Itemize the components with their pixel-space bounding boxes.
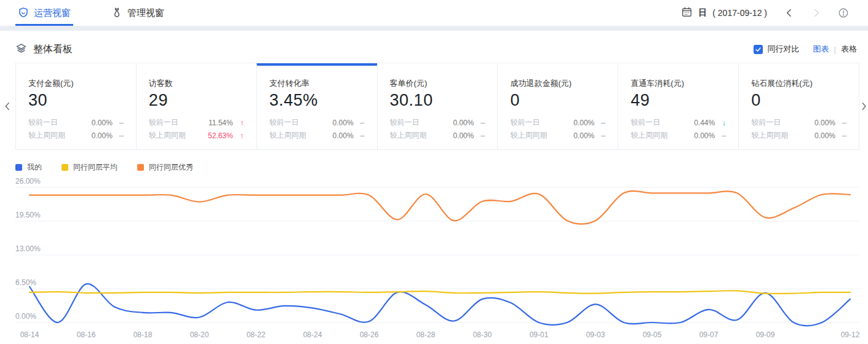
trend-arrow-icon: ↑	[233, 131, 244, 140]
trend-arrow-icon: –	[354, 118, 365, 127]
date-picker[interactable]: 日 ( 2017-09-12 )	[681, 6, 767, 20]
nav-tabs: 运营视窗 管理视窗	[15, 0, 202, 26]
trend-arrow-icon: –	[474, 118, 485, 127]
trend-arrow-icon: –	[835, 131, 846, 140]
compare-row: 较前一日 11.54% ↑	[149, 116, 244, 129]
compare-row: 较前一日 0.00% –	[751, 116, 846, 129]
compare-label: 较上周同期	[28, 130, 65, 141]
check-icon	[755, 46, 762, 53]
trend-arrow-icon: –	[113, 131, 124, 140]
compare-row: 较前一日 0.00% –	[269, 116, 365, 129]
page-title: 整体看板	[33, 43, 73, 56]
tab-label: 运营视窗	[34, 7, 71, 19]
trend-arrow-icon: –	[715, 131, 726, 140]
metric-title: 钻石展位消耗(元)	[751, 78, 846, 89]
compare-value: 0.00%	[453, 131, 474, 140]
trend-arrow-icon: ↓	[715, 118, 726, 127]
cards-prev-button[interactable]	[0, 100, 15, 113]
cards-next-button[interactable]	[859, 100, 868, 113]
date-value: ( 2017-09-12 )	[712, 8, 767, 18]
metric-value: 30	[28, 91, 124, 110]
card-avg-order-value[interactable]: 客单价(元) 30.10 较前一日 0.00% – 较上周同期 0.00% –	[377, 63, 498, 149]
svg-text:13.00%: 13.00%	[15, 244, 41, 253]
trend-arrow-icon: –	[594, 118, 605, 127]
compare-value: 0.00%	[573, 119, 594, 127]
chart-legend: 我的 同行同层平均 同行同层优秀	[15, 162, 868, 173]
svg-text:0.00%: 0.00%	[15, 312, 36, 321]
compare-value: 0.00%	[694, 131, 715, 140]
compare-label: 较前一日	[751, 117, 781, 128]
compare-row: 较上周同期 0.00% –	[510, 129, 605, 142]
svg-text:08-26: 08-26	[360, 330, 379, 339]
legend-item-mine[interactable]: 我的	[15, 162, 42, 173]
metric-value: 3.45%	[269, 91, 365, 110]
metric-cards: 支付金额(元) 30 较前一日 0.00% – 较上周同期 0.00% – 访客…	[15, 63, 859, 150]
legend-item-peer-excellent[interactable]: 同行同层优秀	[137, 162, 193, 173]
view-divider: |	[834, 45, 836, 54]
svg-text:09-05: 09-05	[643, 330, 662, 339]
compare-label: 较前一日	[390, 117, 420, 128]
metric-value: 29	[149, 91, 244, 110]
compare-value: 0.00%	[333, 119, 354, 127]
card-conversion-rate[interactable]: 支付转化率 3.45% 较前一日 0.00% – 较上周同期 0.00% –	[257, 63, 377, 149]
compare-label: 较上周同期	[390, 130, 427, 141]
card-visitors[interactable]: 访客数 29 较前一日 11.54% ↑ 较上周同期 52.63% ↑	[136, 63, 257, 149]
view-chart-link[interactable]: 图表	[813, 44, 829, 55]
trend-arrow-icon: –	[474, 131, 485, 140]
svg-text:09-09: 09-09	[756, 330, 775, 339]
compare-row: 较上周同期 52.63% ↑	[149, 129, 244, 142]
info-icon[interactable]	[830, 7, 857, 18]
shield-icon	[18, 7, 29, 20]
compare-label: 较上周同期	[631, 130, 667, 141]
top-nav: 运营视窗 管理视窗 日 ( 2017-09-12 )	[0, 0, 868, 26]
svg-text:08-18: 08-18	[133, 330, 153, 339]
legend-item-peer-average[interactable]: 同行同层平均	[62, 162, 117, 173]
compare-row: 较前一日 0.00% –	[390, 116, 485, 129]
view-table-link[interactable]: 表格	[841, 44, 857, 55]
svg-text:08-14: 08-14	[20, 330, 39, 339]
card-ztc-spend[interactable]: 直通车消耗(元) 49 较前一日 0.44% ↓ 较上周同期 0.00% –	[618, 63, 738, 149]
card-refund-amount[interactable]: 成功退款金额(元) 0 较前一日 0.00% – 较上周同期 0.00% –	[497, 63, 618, 149]
trend-arrow-icon: –	[594, 131, 605, 140]
metric-title: 支付转化率	[269, 78, 365, 89]
compare-label: 较上周同期	[510, 130, 547, 141]
compare-label: 较上周同期	[751, 130, 788, 141]
compare-row: 较上周同期 0.00% –	[28, 129, 124, 142]
legend-swatch	[137, 164, 144, 171]
compare-row: 较上周同期 0.00% –	[269, 129, 365, 142]
svg-text:26.00%: 26.00%	[15, 177, 41, 186]
compare-value: 0.00%	[92, 119, 113, 127]
card-pay-amount[interactable]: 支付金额(元) 30 较前一日 0.00% – 较上周同期 0.00% –	[16, 63, 136, 149]
legend-swatch	[62, 164, 68, 171]
metric-value: 49	[631, 91, 726, 110]
peer-compare-checkbox[interactable]	[754, 45, 763, 54]
trend-arrow-icon: –	[835, 118, 846, 127]
svg-text:09-07: 09-07	[699, 330, 719, 339]
compare-label: 较前一日	[149, 117, 178, 128]
compare-row: 较前一日 0.44% ↓	[631, 116, 726, 129]
board-header: 整体看板 同行对比 图表 | 表格	[0, 31, 868, 58]
svg-text:08-16: 08-16	[77, 330, 96, 339]
tab-operations-view[interactable]: 运营视窗	[15, 0, 73, 26]
trend-chart-svg: 0.00%6.50%13.00%19.50%26.00%08-1408-1608…	[0, 175, 868, 344]
date-prev-button[interactable]	[776, 8, 803, 18]
date-next-button[interactable]	[803, 8, 830, 18]
metric-value: 0	[510, 91, 605, 110]
trend-arrow-icon: ↑	[233, 118, 244, 127]
tab-label: 管理视窗	[127, 7, 164, 19]
stethoscope-icon	[111, 7, 122, 20]
compare-value: 0.00%	[814, 119, 835, 127]
trend-chart: 0.00%6.50%13.00%19.50%26.00%08-1408-1608…	[0, 175, 868, 344]
metric-title: 直通车消耗(元)	[631, 78, 726, 89]
compare-label: 较上周同期	[269, 130, 306, 141]
trend-arrow-icon: –	[354, 131, 365, 140]
compare-value: 0.00%	[92, 131, 113, 140]
tab-management-view[interactable]: 管理视窗	[109, 0, 167, 26]
compare-value: 0.00%	[573, 131, 594, 140]
legend-label: 同行同层平均	[73, 162, 117, 173]
svg-text:08-24: 08-24	[303, 330, 322, 339]
compare-row: 较上周同期 0.00% –	[631, 129, 726, 142]
compare-row: 较前一日 0.00% –	[510, 116, 605, 129]
svg-text:19.50%: 19.50%	[15, 211, 41, 219]
card-diamond-spend[interactable]: 钻石展位消耗(元) 0 较前一日 0.00% – 较上周同期 0.00% –	[738, 63, 859, 149]
